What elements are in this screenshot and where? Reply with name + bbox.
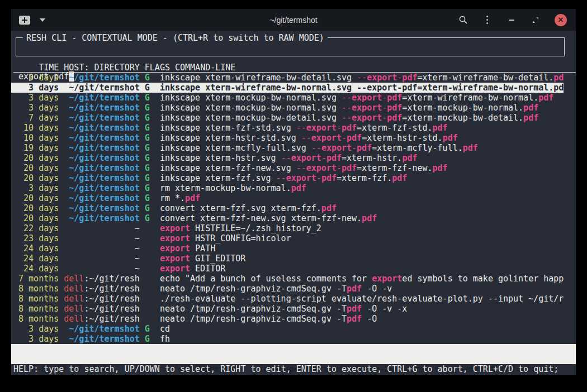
row-host-directory: ~/git/termshot bbox=[59, 203, 139, 213]
row-host-directory: ~/git/termshot bbox=[59, 143, 139, 153]
row-directory: ~ bbox=[135, 264, 140, 274]
row-host-directory: ~/git/termshot bbox=[59, 324, 139, 334]
row-directory: ~/git/termshot bbox=[69, 183, 139, 193]
row-flags bbox=[140, 243, 160, 254]
row-flags: G bbox=[140, 93, 160, 103]
history-rows: 3 days~/git/termshot G inkscape xterm-wi… bbox=[11, 73, 576, 344]
search-icon[interactable] bbox=[458, 15, 468, 25]
row-directory: ~/git/termshot bbox=[69, 83, 139, 93]
row-time: 3 days bbox=[13, 83, 59, 93]
history-row-line: 20 days~/git/termshot G convert xterm-fz… bbox=[13, 203, 337, 213]
row-directory: ~ bbox=[135, 223, 140, 233]
history-row-selected[interactable]: 3 days~/git/termshot G inkscape xterm-wi… bbox=[11, 83, 576, 93]
row-flags bbox=[140, 233, 160, 243]
row-command: export EDITOR bbox=[160, 264, 225, 274]
row-host-directory: ~/git/termshot bbox=[59, 73, 139, 83]
row-time: 7 days bbox=[13, 113, 59, 123]
terminal-screen: RESH CLI - CONTEXTUAL MODE - (CTRL+R to … bbox=[11, 31, 576, 375]
row-command: inkscape xterm-fzf.svg --export-pdf=xter… bbox=[160, 173, 408, 183]
row-host-directory: ~ bbox=[59, 264, 139, 274]
history-row[interactable]: 8 monthsdell:~/git/resh neato /tmp/resh-… bbox=[11, 304, 576, 314]
minimize-icon[interactable] bbox=[506, 15, 516, 25]
history-row[interactable]: 3 days~/git/termshot G inkscape xterm-mo… bbox=[11, 93, 576, 103]
row-command: export HSTR_CONFIG=hicolor bbox=[160, 233, 291, 243]
history-row[interactable]: 3 days~/git/termshot G cd bbox=[11, 324, 576, 334]
history-row[interactable]: 7 monthsdell:~/git/resh echo "Add a bunc… bbox=[11, 274, 576, 284]
row-command: echo "Add a bunch of useless comments fo… bbox=[160, 274, 564, 284]
row-host-directory: dell:~/git/resh bbox=[59, 304, 139, 314]
history-row[interactable]: 7 days~/git/termshot G inkscape xterm-mo… bbox=[11, 113, 576, 123]
history-row-line: 3 days~/git/termshot G inkscape xterm-mo… bbox=[13, 93, 553, 103]
history-row-line: 7 monthsdell:~/git/resh echo "Add a bunc… bbox=[13, 274, 564, 284]
row-directory: ~/git/termshot bbox=[69, 213, 139, 223]
history-row[interactable]: 8 monthsdell:~/git/resh ./resh-evaluate … bbox=[11, 294, 576, 304]
history-row[interactable]: 10 days~/git/termshot G inkscape xterm-h… bbox=[11, 133, 576, 143]
row-directory: ~/git/termshot bbox=[69, 123, 139, 133]
row-host-directory: ~/git/termshot bbox=[59, 213, 139, 223]
row-directory: ~/git/termshot bbox=[69, 153, 139, 163]
history-row[interactable]: 24 days~ export EDITOR bbox=[11, 264, 576, 274]
history-row[interactable]: 10 days~/git/termshot G inkscape xterm-f… bbox=[11, 123, 576, 133]
row-time: 22 days bbox=[13, 223, 59, 233]
history-row[interactable]: 22 days~ export HISTFILE=~/.zsh_history_… bbox=[11, 223, 576, 233]
row-directory: ~/git/termshot bbox=[69, 163, 139, 173]
row-host-directory: ~ bbox=[59, 243, 139, 254]
row-directory: :~/git/resh bbox=[84, 304, 139, 314]
menu-kebab-icon[interactable] bbox=[482, 15, 492, 25]
history-row[interactable]: 20 days~/git/termshot G convert xterm-fz… bbox=[11, 213, 576, 223]
history-row-line: 23 days~ export HSTR_CONFIG=hicolor bbox=[13, 233, 291, 243]
row-host-directory: ~/git/termshot bbox=[59, 123, 139, 133]
history-row[interactable]: 3 days~/git/termshot G inkscape xterm-mo… bbox=[11, 103, 576, 113]
row-time: 23 days bbox=[13, 233, 59, 243]
row-time: 10 days bbox=[13, 133, 59, 143]
history-row[interactable]: 24 days~ export PATH bbox=[11, 243, 576, 254]
history-row[interactable]: 20 days~/git/termshot G inkscape xterm-h… bbox=[11, 153, 576, 163]
row-directory: :~/git/resh bbox=[84, 284, 139, 294]
history-row[interactable]: 8 monthsdell:~/git/resh neato /tmp/resh-… bbox=[11, 314, 576, 324]
history-row[interactable]: 20 days~/git/termshot G convert xterm-fz… bbox=[11, 203, 576, 213]
row-host-directory: ~/git/termshot bbox=[59, 334, 139, 344]
history-row-line: 20 days~/git/termshot G rm *.pdf bbox=[13, 193, 200, 203]
row-host-directory: ~/git/termshot bbox=[59, 113, 139, 123]
row-host: dell bbox=[64, 274, 84, 284]
row-directory: :~/git/resh bbox=[84, 274, 139, 284]
row-directory: ~/git/termshot bbox=[69, 113, 139, 123]
row-time: 24 days bbox=[13, 264, 59, 274]
row-command: inkscape xterm-mcfly-full.svg --export-p… bbox=[160, 143, 478, 153]
history-row[interactable]: 24 days~ export GIT_EDITOR bbox=[11, 254, 576, 264]
history-row-line: 7 days~/git/termshot G inkscape xterm-mo… bbox=[13, 113, 538, 123]
row-command: inkscape xterm-fzf-new.svg --export-pdf=… bbox=[160, 163, 448, 173]
history-row[interactable]: 8 monthsdell:~/git/resh neato /tmp/resh-… bbox=[11, 284, 576, 294]
history-row-line: 20 days~/git/termshot G convert xterm-fz… bbox=[13, 213, 377, 223]
row-flags bbox=[140, 314, 160, 324]
row-host-directory: ~ bbox=[59, 233, 139, 243]
row-host-directory: ~ bbox=[59, 254, 139, 264]
row-directory: ~/git/termshot bbox=[69, 203, 139, 213]
close-icon[interactable]: ✕ bbox=[555, 14, 567, 26]
history-row[interactable]: 19 days~/git/termshot G inkscape xterm-m… bbox=[11, 143, 576, 153]
row-host-directory: ~/git/termshot bbox=[59, 193, 139, 203]
row-time: 19 days bbox=[13, 143, 59, 153]
row-directory: ~/git/termshot bbox=[69, 324, 139, 334]
history-row[interactable]: 3 days~/git/termshot G rm xterm-mockup-b… bbox=[11, 183, 576, 193]
row-time: 20 days bbox=[13, 173, 59, 183]
restore-icon[interactable] bbox=[531, 15, 540, 25]
row-directory: ~/git/termshot bbox=[69, 143, 139, 153]
row-time: 7 months bbox=[13, 274, 59, 284]
row-flags bbox=[140, 284, 160, 294]
row-directory: :~/git/resh bbox=[84, 294, 139, 304]
row-time: 8 months bbox=[13, 284, 59, 294]
history-row[interactable]: 3 days~/git/termshot G fh bbox=[11, 334, 576, 344]
row-host-directory: dell:~/git/resh bbox=[59, 314, 139, 324]
history-row[interactable]: 20 days~/git/termshot G inkscape xterm-f… bbox=[11, 173, 576, 183]
history-row[interactable]: 20 days~/git/termshot G rm *.pdf bbox=[11, 193, 576, 203]
history-row[interactable]: 20 days~/git/termshot G inkscape xterm-f… bbox=[11, 163, 576, 173]
history-row[interactable]: 23 days~ export HSTR_CONFIG=hicolor bbox=[11, 233, 576, 243]
row-command: cd bbox=[160, 324, 170, 334]
row-time: 8 months bbox=[13, 294, 59, 304]
row-time: 10 days bbox=[13, 123, 59, 133]
row-time: 20 days bbox=[13, 163, 59, 173]
row-flags: G bbox=[140, 133, 160, 143]
history-row[interactable]: 3 days~/git/termshot G inkscape xterm-wi… bbox=[11, 73, 576, 83]
row-command: inkscape xterm-mockup-bw-detail.svg --ex… bbox=[160, 113, 538, 123]
